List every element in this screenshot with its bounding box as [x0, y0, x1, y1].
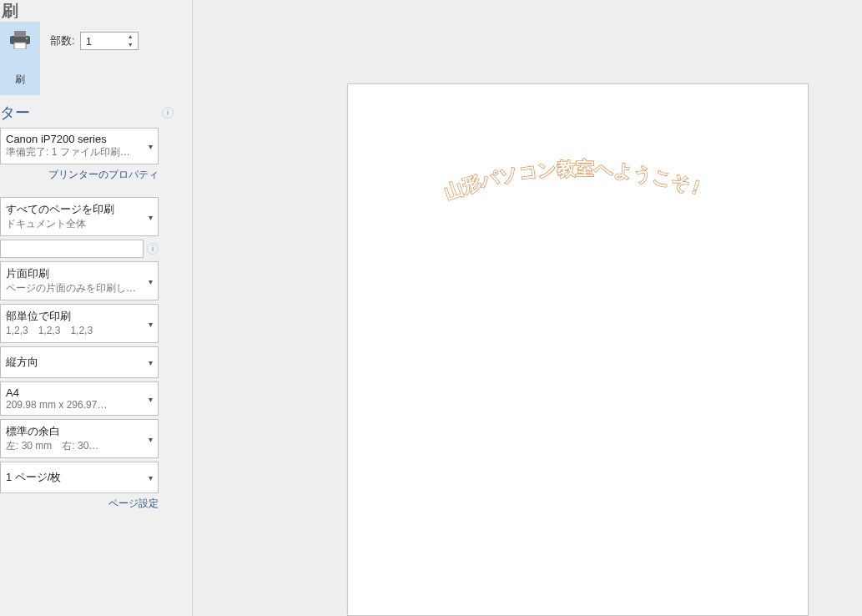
chevron-down-icon: ▾ — [149, 319, 153, 328]
page-setup-link[interactable]: ページ設定 — [108, 497, 159, 509]
print-sidebar: 刷 刷 部数: 1 ▲ ▼ ター — [0, 0, 184, 616]
svg-text:山形パソコン教室へようこそ!!: 山形パソコン教室へようこそ!! — [439, 147, 704, 203]
copies-spinner[interactable]: ▲ ▼ — [128, 33, 136, 48]
printer-heading-fragment: ター — [0, 103, 30, 123]
copies-label: 部数: — [50, 33, 75, 48]
chevron-down-icon: ▾ — [149, 473, 153, 482]
chevron-down-icon: ▾ — [149, 142, 153, 151]
paper-sub: 209.98 mm x 296.97… — [6, 399, 139, 411]
page-title-fragment: 刷 — [0, 0, 175, 18]
paper-title: A4 — [6, 386, 139, 399]
copies-input[interactable]: 1 ▲ ▼ — [80, 32, 139, 50]
chevron-down-icon: ▾ — [149, 358, 153, 367]
orientation-title: 縦方向 — [6, 351, 139, 373]
printer-status: 準備完了: 1 ファイル印刷… — [6, 145, 139, 159]
info-icon[interactable]: i — [147, 243, 159, 255]
margins-select[interactable]: 標準の余白 左: 30 mm 右: 30… ▾ — [0, 419, 159, 458]
chevron-down-icon: ▾ — [149, 276, 153, 285]
page-range-row: i — [0, 240, 159, 258]
print-button-label: 刷 — [15, 73, 25, 87]
wordart-text: 山形パソコン教室へようこそ!! — [439, 147, 704, 203]
print-button[interactable]: 刷 — [0, 22, 40, 95]
printer-name: Canon iP7200 series — [6, 133, 139, 145]
copies-value: 1 — [86, 35, 92, 48]
copies-row: 部数: 1 ▲ ▼ — [50, 22, 139, 50]
printer-heading-row: ター i — [0, 98, 175, 124]
margins-sub: 左: 30 mm 右: 30… — [6, 439, 139, 453]
svg-point-3 — [26, 37, 28, 39]
print-pages-sub: ドキュメント全体 — [6, 217, 139, 231]
printer-select[interactable]: Canon iP7200 series 準備完了: 1 ファイル印刷… ▾ — [0, 128, 159, 164]
duplex-sub: ページの片面のみを印刷し… — [6, 281, 139, 295]
print-pages-title: すべてのページを印刷 — [6, 202, 139, 217]
collate-select[interactable]: 部単位で印刷 1,2,3 1,2,3 1,2,3 ▾ — [0, 304, 159, 343]
chevron-down-icon: ▾ — [149, 434, 153, 443]
print-preview-area: 山形パソコン教室へようこそ!! — [192, 0, 862, 616]
print-main-section: 刷 部数: 1 ▲ ▼ — [0, 18, 175, 98]
duplex-select[interactable]: 片面印刷 ページの片面のみを印刷し… ▾ — [0, 261, 159, 300]
collate-title: 部単位で印刷 — [6, 309, 139, 324]
info-icon[interactable]: i — [162, 107, 174, 119]
svg-rect-1 — [14, 31, 26, 37]
document-wordart: 山形パソコン教室へようこそ!! — [445, 164, 712, 197]
margins-title: 標準の余白 — [6, 424, 139, 439]
printer-properties-link[interactable]: プリンターのプロパティ — [48, 169, 159, 180]
print-pages-select[interactable]: すべてのページを印刷 ドキュメント全体 ▾ — [0, 197, 159, 236]
orientation-select[interactable]: 縦方向 ▾ — [0, 346, 159, 378]
collate-sub: 1,2,3 1,2,3 1,2,3 — [6, 324, 139, 338]
pages-per-sheet-title: 1 ページ/枚 — [6, 467, 139, 488]
preview-page: 山形パソコン教室へようこそ!! — [347, 83, 809, 616]
pages-per-sheet-select[interactable]: 1 ページ/枚 ▾ — [0, 462, 159, 493]
duplex-title: 片面印刷 — [6, 266, 139, 281]
chevron-down-icon: ▾ — [149, 212, 153, 221]
svg-rect-2 — [14, 43, 26, 49]
spinner-down-icon[interactable]: ▼ — [128, 42, 136, 48]
chevron-down-icon: ▾ — [149, 394, 153, 403]
paper-size-select[interactable]: A4 209.98 mm x 296.97… ▾ — [0, 381, 159, 416]
spinner-up-icon[interactable]: ▲ — [128, 33, 136, 40]
printer-icon — [8, 31, 32, 49]
page-range-input[interactable] — [0, 240, 144, 258]
